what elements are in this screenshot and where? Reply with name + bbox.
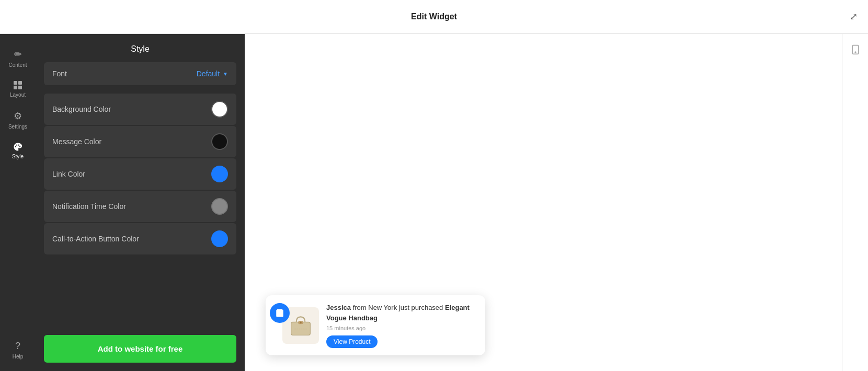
chevron-down-icon: ▼ xyxy=(223,71,228,77)
palette-icon xyxy=(13,142,22,152)
font-selector[interactable]: Default ▼ xyxy=(197,69,228,78)
add-btn-container: Add to website for free xyxy=(36,327,245,371)
notification-widget: Jessica from New York just purchased Ele… xyxy=(266,295,485,355)
main-layout: ✏ Content Layout ⚙ Settings xyxy=(0,34,868,371)
color-row-notif-time[interactable]: Notification Time Color xyxy=(44,191,236,222)
right-icon-bar xyxy=(842,34,868,371)
layout-icon xyxy=(13,80,22,90)
notif-time-color-swatch[interactable] xyxy=(211,198,228,215)
color-row-message[interactable]: Message Color xyxy=(44,126,236,157)
style-panel-title: Style xyxy=(36,34,245,62)
gear-icon: ⚙ xyxy=(14,110,22,122)
color-row-link[interactable]: Link Color xyxy=(44,158,236,190)
notif-cta-button[interactable]: View Product xyxy=(326,335,378,348)
content-icon: ✏ xyxy=(14,49,22,60)
message-color-swatch[interactable] xyxy=(211,133,228,150)
color-row-background[interactable]: Background Color xyxy=(44,94,236,125)
help-icon: ? xyxy=(15,341,20,352)
sidebar-item-layout[interactable]: Layout xyxy=(0,74,36,104)
sidebar-item-help[interactable]: ? Help xyxy=(0,334,36,366)
notif-message: Jessica from New York just purchased Ele… xyxy=(326,303,477,323)
font-label: Font xyxy=(52,69,67,78)
notif-time: 15 minutes ago xyxy=(326,325,477,331)
notif-location-action: from New York just purchased xyxy=(353,304,445,311)
sidebar-item-content[interactable]: ✏ Content xyxy=(0,42,36,74)
svg-rect-0 xyxy=(14,81,17,85)
font-value: Default xyxy=(197,69,220,78)
notif-icon-wrapper xyxy=(274,307,319,344)
svg-rect-2 xyxy=(14,86,17,89)
background-color-swatch[interactable] xyxy=(211,101,228,118)
style-panel: Style Font Default ▼ Background Color Me… xyxy=(36,34,245,371)
link-color-swatch[interactable] xyxy=(211,166,228,182)
color-rows: Background Color Message Color Link Colo… xyxy=(44,94,236,254)
background-color-label: Background Color xyxy=(52,105,111,113)
link-color-label: Link Color xyxy=(52,170,85,178)
svg-rect-1 xyxy=(18,81,22,85)
cta-color-label: Call-to-Action Button Color xyxy=(52,235,139,243)
notif-username: Jessica xyxy=(326,304,351,311)
font-row[interactable]: Font Default ▼ xyxy=(44,62,236,85)
cart-icon xyxy=(270,303,290,323)
svg-rect-3 xyxy=(18,86,22,89)
expand-icon[interactable]: ⤢ xyxy=(850,11,858,22)
svg-point-10 xyxy=(855,52,856,53)
notif-content: Jessica from New York just purchased Ele… xyxy=(326,303,477,348)
message-color-label: Message Color xyxy=(52,137,101,146)
icon-sidebar: ✏ Content Layout ⚙ Settings xyxy=(0,34,36,371)
mobile-preview-icon[interactable] xyxy=(850,44,861,57)
color-row-cta[interactable]: Call-to-Action Button Color xyxy=(44,223,236,254)
notif-time-color-label: Notification Time Color xyxy=(52,202,126,211)
sidebar-item-settings[interactable]: ⚙ Settings xyxy=(0,104,36,136)
svg-point-7 xyxy=(300,321,301,323)
add-to-website-button[interactable]: Add to website for free xyxy=(44,335,236,363)
sidebar-item-style[interactable]: Style xyxy=(0,136,36,166)
cta-color-swatch[interactable] xyxy=(211,230,228,247)
top-bar: Edit Widget ⤢ xyxy=(0,0,868,34)
preview-area: Jessica from New York just purchased Ele… xyxy=(245,34,842,371)
page-title: Edit Widget xyxy=(411,12,457,21)
